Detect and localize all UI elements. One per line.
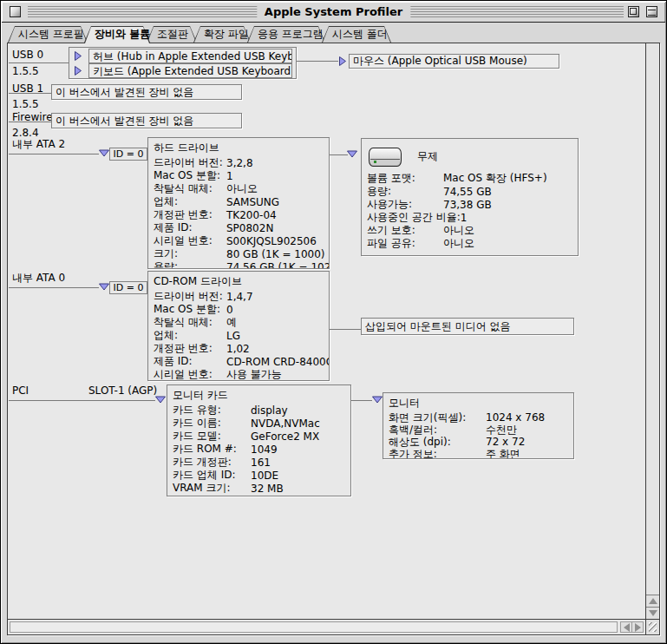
info-row: 크기:80 GB (1K = 1000) (148, 247, 329, 260)
volume-connector-line (330, 154, 348, 155)
tab-extensions[interactable]: 확장 파일 (193, 26, 251, 43)
pci-connector-line (9, 400, 155, 401)
info-value: 아니오 (443, 236, 474, 251)
info-row: 카드 업체 ID:10DE (167, 469, 350, 482)
info-value: S00KJQSL902506 (226, 235, 317, 247)
usb-device-hub: 허브 (Hub in Apple Extended USB Keyboard) (88, 49, 292, 63)
disclosure-right-icon[interactable] (74, 51, 82, 61)
scroll-down-button[interactable] (646, 607, 659, 619)
usb1-version: 1.5.5 (12, 98, 39, 110)
scroll-up-button[interactable] (646, 595, 659, 607)
info-row: Mac OS 분할:0 (148, 303, 329, 316)
firewire-empty-box: 이 버스에서 발견된 장비 없음 (51, 113, 242, 128)
zoom-box-icon[interactable] (628, 6, 639, 17)
info-row: 드라이버 버전:3,2,8 (148, 156, 329, 169)
usb0-connector-line (9, 62, 69, 63)
info-row: 추가 정보:주 화면 (383, 448, 573, 459)
info-row: 파일 공유:아니오 (362, 237, 578, 250)
title-bar[interactable]: Apple System Profiler (2, 2, 665, 23)
tab-system-profile[interactable]: 시스템 프로필 (8, 26, 88, 43)
volume-title: 무제 (417, 149, 438, 164)
info-row: 개정판 번호:1,02 (148, 342, 329, 355)
disclosure-right-icon[interactable] (74, 66, 82, 76)
disclosure-down-icon[interactable] (372, 396, 383, 404)
tab-panel: USB 0 1.5.5 허브 (Hub in Apple Extended US… (7, 43, 660, 635)
pci-slot-label: SLOT-1 (AGP) (88, 384, 157, 397)
cdrom-drive-title: CD-ROM 드라이브 (148, 272, 329, 290)
pci-bus-label: PCI (12, 384, 29, 397)
info-row: 카드 이름:NVDA,NVMac (167, 417, 350, 430)
monitor-title: 모니터 (383, 393, 573, 411)
arrow-up-icon (649, 598, 657, 604)
hard-drive-title: 하드 드라이브 (148, 138, 329, 156)
usb-device-mouse: 마우스 (Apple Optical USB Mouse) (349, 54, 559, 69)
cdrom-drive-info-box: CD-ROM 드라이브 드라이버 버전:1,4,7Mac OS 분할:0착탈식 … (147, 271, 330, 381)
info-label: VRAM 크기: (173, 481, 251, 496)
info-value: display (251, 404, 288, 417)
info-value: 사용 불가능 (226, 367, 282, 381)
ata0-id-badge: ID = 0 (109, 281, 147, 294)
tab-devices-and-volumes[interactable]: 장비와 볼륨 (84, 26, 150, 43)
info-value: 1 (226, 170, 233, 182)
usb0-version: 1.5.5 (12, 65, 39, 77)
monitor-info-box: 모니터 화면 크기(픽셀):1024 x 768흑백/컬러:수천만해상도 (dp… (383, 392, 574, 459)
tab-control-panels[interactable]: 조절판 (147, 26, 197, 43)
window-title: Apple System Profiler (257, 5, 410, 18)
info-label: 파일 공유: (367, 236, 443, 251)
monitor-connector-line (351, 400, 372, 401)
info-value: 0 (226, 304, 233, 316)
info-row: 개정판 번호:TK200-04 (148, 208, 329, 221)
info-row: 착탈식 매체:예 (148, 316, 329, 329)
info-value: GeForce2 MX (251, 430, 319, 443)
usb0-device-group-box: 허브 (Hub in Apple Extended USB Keyboard) … (69, 47, 297, 79)
ata2-id-badge: ID = 0 (109, 148, 147, 161)
info-value: 73,38 GB (443, 199, 492, 211)
info-value: LG (226, 330, 240, 342)
usb-device-keyboard: 키보드 (Apple Extended USB Keyboard) (88, 63, 292, 78)
info-row: 카드 모델:GeForce2 MX (167, 430, 350, 443)
usb1-connector-line (9, 93, 51, 94)
info-row: 사용가능:73,38 GB (362, 198, 578, 211)
info-row: 제품 ID:CD-ROM CRD-8400C (148, 355, 329, 368)
close-box-icon[interactable] (10, 6, 21, 17)
ata2-connector-line (9, 154, 99, 154)
info-value: 74,56 GB (1K = 1024) (226, 261, 330, 270)
info-row: 용량:74,55 GB (362, 185, 578, 198)
media-connector-line (330, 329, 361, 330)
info-row: 볼륨 포맷:Mac OS 확장 (HFS+) (362, 172, 578, 185)
hard-disk-icon (369, 148, 402, 167)
info-label: 시리얼 번호: (154, 367, 226, 381)
info-row: 드라이버 버전:1,4,7 (148, 290, 329, 303)
scroll-left-button[interactable] (620, 621, 632, 633)
status-bar (8, 619, 645, 634)
tab-system-folders[interactable]: 시스템 폴더 (322, 26, 391, 43)
apple-system-profiler-window: Apple System Profiler 시스템 프로필 장비와 볼륨 조절판… (0, 0, 667, 644)
info-row: VRAM 크기:32 MB (167, 482, 350, 495)
info-value: NVDA,NVMac (251, 417, 320, 430)
info-value: CD-ROM CRD-8400C (226, 356, 330, 368)
disclosure-down-icon[interactable] (155, 396, 166, 404)
info-row: 제품 ID:SP0802N (148, 221, 329, 234)
info-value: 1,02 (226, 343, 250, 355)
disclosure-down-icon[interactable] (99, 149, 109, 157)
info-value: 수천만 (486, 423, 517, 437)
resize-grip[interactable] (645, 619, 659, 634)
windowshade-box-icon[interactable] (646, 6, 657, 17)
info-row: 시리얼 번호:사용 불가능 (148, 368, 329, 381)
disclosure-down-icon[interactable] (347, 150, 357, 158)
info-row: 업체:LG (148, 329, 329, 342)
info-value: 3,2,8 (226, 157, 253, 169)
info-value: 161 (251, 457, 271, 469)
info-row: 용량:74,56 GB (1K = 1024) (148, 260, 329, 269)
info-row: 업체:SAMSUNG (148, 195, 329, 208)
disclosure-right-icon[interactable] (338, 56, 347, 66)
info-value: 주 화면 (486, 447, 520, 460)
scroll-right-button[interactable] (631, 621, 644, 633)
vertical-scrollbar[interactable] (645, 43, 659, 619)
arrow-left-icon (624, 623, 630, 632)
info-value: 1049 (251, 444, 278, 456)
disclosure-down-icon[interactable] (99, 283, 109, 291)
devices-and-volumes-content: USB 0 1.5.5 허브 (Hub in Apple Extended US… (9, 44, 644, 618)
mouse-connector-line (297, 61, 338, 62)
tab-applications[interactable]: 응용 프로그램 (247, 26, 325, 43)
